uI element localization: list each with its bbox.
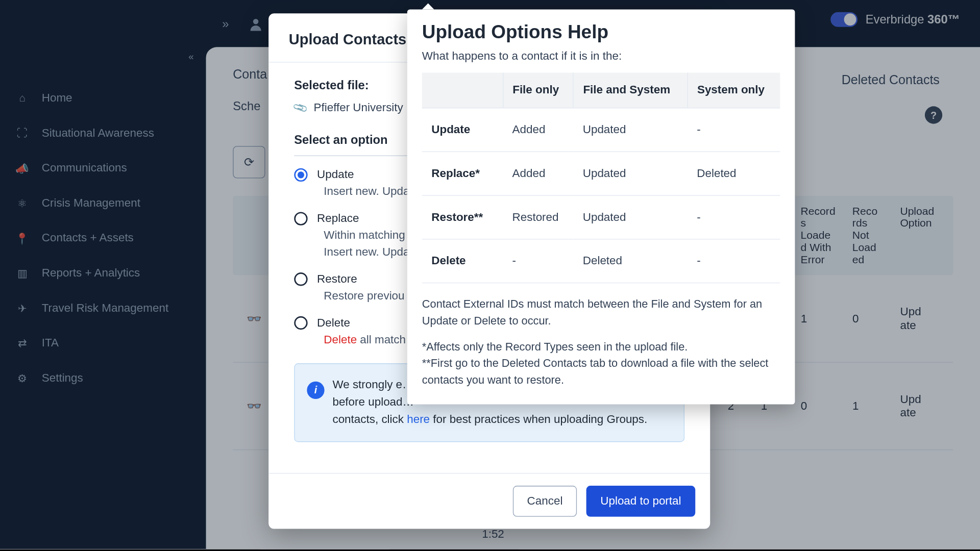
tooltip-note-ids: Contact External IDs must match between … [422,295,780,329]
radio-icon [294,316,307,330]
cancel-button[interactable]: Cancel [513,486,577,517]
th-file-only: File only [503,72,573,108]
upload-button[interactable]: Upload to portal [586,486,696,517]
tooltip-subtitle: What happens to a contact if it is in th… [422,50,780,63]
here-link[interactable]: here [407,413,430,426]
radio-title: Update [317,167,409,183]
th-blank [422,72,503,108]
radio-icon [294,168,307,182]
radio-title: Delete [317,315,406,332]
radio-desc: Restore previou [324,288,404,304]
table-row: Replace*AddedUpdatedDeleted [422,152,780,195]
modal-footer: Cancel Upload to portal [268,473,710,529]
tooltip-note-asterisks: *Affects only the Record Types seen in t… [422,338,780,388]
radio-icon [294,212,307,226]
th-file-and-system: File and System [573,72,688,108]
th-system-only: System only [688,72,780,108]
paperclip-icon: 📎 [292,99,309,116]
radio-icon [294,272,307,286]
info-icon: i [307,381,324,398]
table-row: Delete-Deleted- [422,239,780,283]
table-row: Restore**RestoredUpdated- [422,195,780,239]
tooltip-arrow-icon [422,4,434,10]
radio-desc: Delete all match [324,332,406,348]
upload-options-help-tooltip: Upload Options Help What happens to a co… [407,9,795,404]
tooltip-title: Upload Options Help [422,21,780,43]
radio-title: Replace [317,211,409,227]
radio-desc: Insert new. Upda [324,184,409,200]
tooltip-table: File only File and System System only Up… [422,72,780,283]
table-row: UpdateAddedUpdated- [422,108,780,152]
radio-desc: Within matching Insert new. Upda [324,228,409,261]
radio-title: Restore [317,271,404,288]
selected-file-name: Pfieffer University [314,101,403,114]
